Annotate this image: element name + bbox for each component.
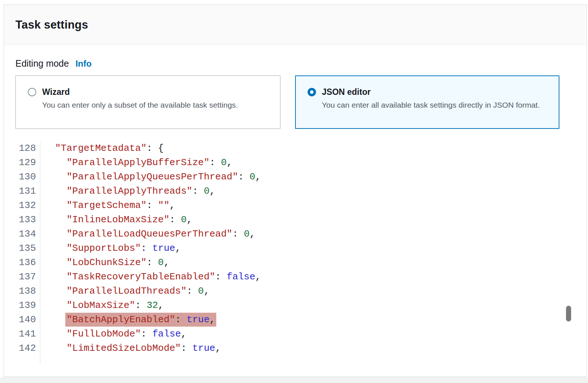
code-line[interactable]: 141 "FullLobMode": false, bbox=[4, 327, 587, 341]
line-number: 133 bbox=[4, 213, 40, 227]
line-number: 141 bbox=[4, 327, 40, 341]
task-settings-panel: Task settings Editing mode Info Wizard Y… bbox=[4, 4, 587, 377]
code-line[interactable]: 132 "TargetSchema": "", bbox=[4, 198, 587, 213]
code-line[interactable]: 134 "ParallelLoadQueuesPerThread": 0, bbox=[4, 227, 587, 241]
code-line[interactable]: 139 "LobMaxSize": 32, bbox=[4, 298, 587, 313]
code-line[interactable]: 142 "LimitedSizeLobMode": true, bbox=[4, 341, 587, 356]
line-number: 139 bbox=[4, 298, 40, 313]
code-line-content: "ParallelApplyQueuesPerThread": 0, bbox=[40, 170, 261, 184]
code-line[interactable]: 137 "TaskRecoveryTableEnabled": false, bbox=[4, 270, 587, 284]
line-number: 129 bbox=[4, 156, 40, 170]
code-line[interactable]: 140 "BatchApplyEnabled": true, bbox=[4, 313, 587, 327]
page-background-strip bbox=[0, 378, 588, 383]
panel-header: Task settings bbox=[4, 5, 587, 45]
option-json-editor[interactable]: JSON editor You can enter all available … bbox=[295, 75, 559, 129]
option-wizard[interactable]: Wizard You can enter only a subset of th… bbox=[15, 75, 280, 129]
info-link[interactable]: Info bbox=[76, 59, 92, 69]
highlighted-code: "BatchApplyEnabled": true, bbox=[65, 313, 216, 327]
line-number: 135 bbox=[4, 241, 40, 256]
line-number bbox=[4, 356, 40, 364]
code-line-content: "ParallelLoadThreads": 0, bbox=[40, 284, 210, 298]
code-line-content: "FullLobMode": false, bbox=[40, 327, 187, 341]
panel-body: Editing mode Info Wizard You can enter o… bbox=[4, 58, 587, 364]
code-line[interactable]: 130 "ParallelApplyQueuesPerThread": 0, bbox=[4, 170, 587, 184]
line-number: 131 bbox=[4, 184, 40, 198]
code-line-content: "BatchApplyEnabled": true, bbox=[40, 313, 215, 327]
code-line-content: "LobMaxSize": 32, bbox=[40, 298, 164, 313]
option-description: You can enter only a subset of the avail… bbox=[42, 99, 238, 111]
line-number: 134 bbox=[4, 227, 40, 241]
editing-mode-label: Editing mode bbox=[15, 58, 69, 69]
code-line[interactable]: 128 "TargetMetadata": { bbox=[4, 141, 587, 156]
code-line-content: "TargetMetadata": { bbox=[40, 141, 164, 156]
json-code-editor[interactable]: 128 "TargetMetadata": {129 "ParallelAppl… bbox=[4, 141, 587, 364]
code-line-content: "ParallelLoadQueuesPerThread": 0, bbox=[40, 227, 255, 241]
code-line[interactable]: 135 "SupportLobs": true, bbox=[4, 241, 587, 256]
code-line-content: "InlineLobMaxSize": 0, bbox=[40, 213, 192, 227]
line-number: 137 bbox=[4, 270, 40, 284]
line-number: 128 bbox=[4, 141, 40, 156]
code-line[interactable]: 131 "ParallelApplyThreads": 0, bbox=[4, 184, 587, 198]
code-line[interactable]: 138 "ParallelLoadThreads": 0, bbox=[4, 284, 587, 298]
line-number: 132 bbox=[4, 198, 40, 213]
option-wizard-text: Wizard You can enter only a subset of th… bbox=[42, 86, 238, 111]
code-line[interactable]: 136 "LobChunkSize": 0, bbox=[4, 256, 587, 270]
code-line[interactable]: 133 "InlineLobMaxSize": 0, bbox=[4, 213, 587, 227]
code-line-content: "LobChunkSize": 0, bbox=[40, 256, 169, 270]
editing-mode-row: Editing mode Info bbox=[15, 58, 575, 69]
code-line-content: "TaskRecoveryTableEnabled": false, bbox=[40, 270, 261, 284]
radio-selected-icon[interactable] bbox=[308, 88, 316, 96]
scrollbar-thumb[interactable] bbox=[566, 306, 571, 321]
line-number: 136 bbox=[4, 256, 40, 270]
editing-mode-options: Wizard You can enter only a subset of th… bbox=[15, 75, 575, 129]
option-title: Wizard bbox=[42, 86, 238, 98]
line-number: 130 bbox=[4, 170, 40, 184]
code-line-content: "ParallelApplyThreads": 0, bbox=[40, 184, 215, 198]
code-line[interactable]: 129 "ParallelApplyBufferSize": 0, bbox=[4, 156, 587, 170]
option-description: You can enter all available task setting… bbox=[322, 99, 540, 111]
editor-gutter-spacer bbox=[4, 356, 587, 364]
radio-unselected-icon[interactable] bbox=[28, 88, 36, 96]
option-title: JSON editor bbox=[322, 86, 540, 98]
option-json-editor-text: JSON editor You can enter all available … bbox=[322, 86, 540, 111]
line-number: 142 bbox=[4, 341, 40, 356]
page-title: Task settings bbox=[15, 18, 88, 31]
code-line-content: "LimitedSizeLobMode": true, bbox=[40, 341, 221, 356]
code-line-content: "TargetSchema": "", bbox=[40, 198, 175, 213]
code-line-content: "ParallelApplyBufferSize": 0, bbox=[40, 156, 232, 170]
task-settings-page: Task settings Editing mode Info Wizard Y… bbox=[0, 0, 588, 383]
code-line-content: "SupportLobs": true, bbox=[40, 241, 181, 256]
line-number: 140 bbox=[4, 313, 40, 327]
line-number: 138 bbox=[4, 284, 40, 298]
